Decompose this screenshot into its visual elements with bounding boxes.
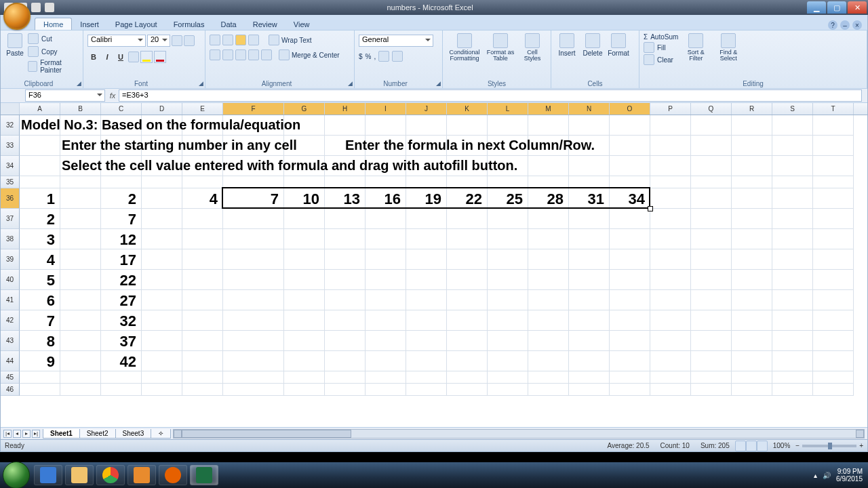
cell-c44[interactable]: 42 [101,353,136,371]
col-header-S[interactable]: S [772,103,813,115]
close-button[interactable]: ✕ [848,1,867,14]
cell-a37[interactable]: 2 [20,211,55,228]
align-bottom-icon[interactable] [235,35,246,45]
cell-c37[interactable]: 7 [101,211,136,228]
font-size-select[interactable]: 20 [147,35,170,47]
cell-M36[interactable]: 28 [528,190,564,208]
taskbar-ie[interactable] [34,465,62,485]
row-header-37[interactable]: 37 [1,209,20,229]
conditional-formatting-button[interactable]: Conditional Formatting [447,32,482,62]
cell-a41[interactable]: 6 [20,292,55,310]
format-as-table-button[interactable]: Format as Table [485,32,516,62]
taskbar-explorer[interactable] [65,465,94,485]
col-header-Q[interactable]: Q [691,103,732,115]
cell-c39[interactable]: 17 [101,251,136,269]
row-header-46[interactable]: 46 [1,384,20,396]
row-header-40[interactable]: 40 [1,270,20,290]
start-button[interactable] [3,462,30,488]
office-button[interactable] [3,3,31,30]
cell-G36[interactable]: 10 [284,190,319,208]
cell-a44[interactable]: 9 [20,353,55,371]
autofill-handle[interactable] [648,206,653,211]
maximize-button[interactable]: ▢ [827,1,846,14]
spreadsheet-grid[interactable]: ABCDEFGHIJKLMNOPQRST 3233343536373839404… [1,103,867,427]
sort-filter-button[interactable]: Sort & Filter [681,32,711,62]
insert-cells-button[interactable]: Insert [555,32,578,57]
clear-button[interactable]: Clear [644,54,678,65]
sheet-tab-2[interactable]: Sheet2 [79,429,116,439]
row-header-36[interactable]: 36 [1,188,20,209]
align-center-icon[interactable] [222,49,233,60]
minimize-button[interactable]: ▁ [807,1,826,14]
cell-F36[interactable]: 7 [223,190,279,208]
sheet-nav-next-icon[interactable]: ▸ [22,430,31,438]
tab-formulas[interactable]: Formulas [165,18,213,30]
col-header-O[interactable]: O [610,103,650,115]
cell-e36[interactable]: 4 [182,190,218,208]
row-header-43[interactable]: 43 [1,331,20,351]
col-header-C[interactable]: C [101,103,142,115]
col-header-N[interactable]: N [569,103,610,115]
align-right-icon[interactable] [235,49,246,60]
grow-font-icon[interactable] [172,35,182,46]
row-header-33[interactable]: 33 [1,136,20,156]
row-header-32[interactable]: 32 [1,115,20,136]
col-header-K[interactable]: K [447,103,488,115]
decrease-decimal-icon[interactable] [392,51,403,62]
app-close-icon[interactable]: × [852,20,862,30]
qat-redo-icon[interactable] [31,3,41,12]
col-header-B[interactable]: B [60,103,101,115]
row-header-42[interactable]: 42 [1,310,20,331]
italic-button[interactable]: I [101,51,113,63]
percent-button[interactable]: % [366,53,372,60]
increase-indent-icon[interactable] [261,49,272,60]
cell-N36[interactable]: 31 [569,190,604,208]
font-dialog-icon[interactable]: ◢ [199,80,203,87]
sheet-nav-first-icon[interactable]: |◂ [3,430,12,438]
tab-review[interactable]: Review [245,18,285,30]
col-header-A[interactable]: A [20,103,60,115]
row-header-45[interactable]: 45 [1,371,20,384]
col-header-G[interactable]: G [284,103,325,115]
taskbar-chrome[interactable] [96,465,125,485]
col-header-D[interactable]: D [142,103,182,115]
font-color-button[interactable] [154,51,166,63]
merge-center-button[interactable]: Merge & Center [292,52,340,59]
cell-a43[interactable]: 8 [20,333,55,350]
cell-a36[interactable]: 1 [20,190,55,208]
row-header-38[interactable]: 38 [1,229,20,249]
sheet-nav-last-icon[interactable]: ▸| [32,430,40,438]
row-header-44[interactable]: 44 [1,351,20,371]
sheet-nav-prev-icon[interactable]: ◂ [13,430,21,438]
col-header-F[interactable]: F [223,103,284,115]
cell-a40[interactable]: 5 [20,272,55,289]
comma-button[interactable]: , [374,53,376,60]
cell-c38[interactable]: 12 [101,231,136,249]
tab-data[interactable]: Data [212,18,244,30]
underline-button[interactable]: U [115,51,127,63]
number-dialog-icon[interactable]: ◢ [436,80,441,87]
ribbon-minimize-icon[interactable]: – [840,20,850,30]
fill-color-button[interactable] [140,51,153,63]
taskbar-firefox[interactable] [159,465,187,485]
fx-button[interactable]: fx [106,89,119,102]
tray-volume-icon[interactable]: 🔊 [823,472,831,479]
cell-a42[interactable]: 7 [20,312,55,330]
col-header-R[interactable]: R [732,103,772,115]
cell-O36[interactable]: 34 [610,190,645,208]
col-header-L[interactable]: L [488,103,528,115]
increase-decimal-icon[interactable] [378,51,389,62]
sheet-tab-1[interactable]: Sheet1 [43,429,80,439]
qat-print-icon[interactable] [45,3,54,12]
format-cells-button[interactable]: Format [607,32,630,57]
taskbar-excel[interactable] [190,465,218,485]
decrease-indent-icon[interactable] [248,49,259,60]
align-middle-icon[interactable] [222,35,233,45]
col-header-E[interactable]: E [182,103,223,115]
cell-H36[interactable]: 13 [325,190,360,208]
view-pagebreak-icon[interactable] [757,441,768,451]
cell-c42[interactable]: 32 [101,312,136,330]
font-name-select[interactable]: Calibri [87,35,146,47]
scroll-thumb[interactable] [182,430,351,438]
help-icon[interactable]: ? [828,20,837,30]
